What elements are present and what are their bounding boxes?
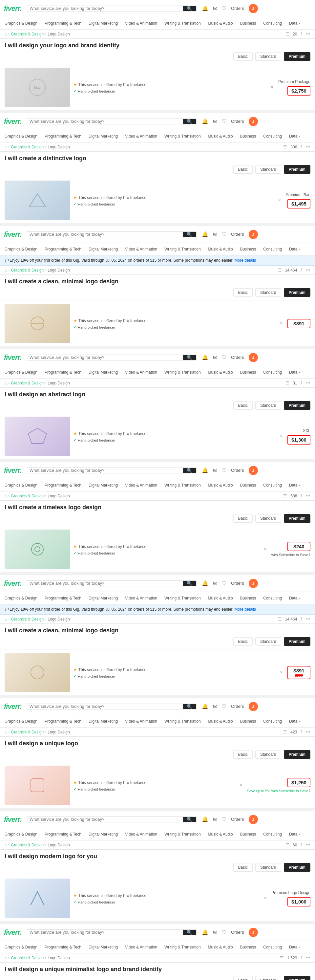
nav-writing-3[interactable]: Writing & Translation <box>164 247 202 251</box>
message-icon-7[interactable]: ✉ <box>213 703 217 710</box>
search-bar-9[interactable]: 🔍 <box>26 929 197 935</box>
breadcrumb-category-4[interactable]: Graphics & Design <box>11 381 44 385</box>
pkg-standard-7[interactable]: Standard <box>255 750 281 759</box>
nav-music-2[interactable]: Music & Audio <box>207 134 234 138</box>
orders-link-1[interactable]: Orders <box>231 6 244 11</box>
nav-digital-3[interactable]: Digital Marketing <box>88 247 118 251</box>
pkg-basic-8[interactable]: Basic <box>233 863 253 872</box>
filter-icon-2[interactable]: ☰ <box>283 145 287 150</box>
nav-writing-6[interactable]: Writing & Translation <box>164 596 202 600</box>
heart-icon-1[interactable]: ♡ <box>222 5 226 11</box>
avatar-3[interactable]: J <box>249 230 258 239</box>
promo-link-6[interactable]: More details <box>235 607 256 612</box>
nav-digital-8[interactable]: Digital Marketing <box>88 832 118 837</box>
heart-icon-2[interactable]: ♡ <box>222 118 226 124</box>
nav-business-3[interactable]: Business <box>240 247 257 251</box>
nav-digital-9[interactable]: Digital Marketing <box>88 945 118 950</box>
message-icon-2[interactable]: ✉ <box>213 118 217 124</box>
nav-digital-7[interactable]: Digital Marketing <box>88 719 118 724</box>
filter-icon-7[interactable]: ☰ <box>283 730 287 734</box>
avatar-1[interactable]: J <box>249 4 258 13</box>
nav-music-7[interactable]: Music & Audio <box>207 719 234 724</box>
more-icon-9[interactable]: ••• <box>306 955 310 960</box>
search-bar-2[interactable]: 🔍 <box>26 119 197 124</box>
more-icon-5[interactable]: ••• <box>306 493 310 498</box>
share-icon-2[interactable]: ⤴ <box>300 145 302 150</box>
search-button-8[interactable]: 🔍 <box>183 817 196 822</box>
filter-icon-3[interactable]: ☰ <box>278 267 282 272</box>
bell-icon-9[interactable]: 🔔 <box>202 929 208 935</box>
nav-data-4[interactable]: Data › <box>288 370 301 375</box>
share-icon-1[interactable]: ⤴ <box>300 32 302 37</box>
nav-video-9[interactable]: Video & Animation <box>124 945 158 950</box>
nav-data-1[interactable]: Data › <box>288 21 301 25</box>
nav-consulting-7[interactable]: Consulting <box>262 719 283 724</box>
orders-link-9[interactable]: Orders <box>231 930 244 935</box>
nav-writing-4[interactable]: Writing & Translation <box>164 370 202 375</box>
breadcrumb-category-8[interactable]: Graphics & Design <box>11 843 44 847</box>
message-icon-8[interactable]: ✉ <box>213 816 217 822</box>
nav-graphics-9[interactable]: Graphics & Design <box>4 945 38 950</box>
search-input-6[interactable] <box>26 581 183 586</box>
message-icon-1[interactable]: ✉ <box>213 5 217 11</box>
nav-data-3[interactable]: Data › <box>288 247 301 251</box>
bell-icon-4[interactable]: 🔔 <box>202 354 208 361</box>
search-bar-7[interactable]: 🔍 <box>26 703 197 710</box>
nav-video-6[interactable]: Video & Animation <box>124 596 158 600</box>
pkg-basic-3[interactable]: Basic <box>233 288 253 297</box>
breadcrumb-category-5[interactable]: Graphics & Design <box>11 494 44 498</box>
nav-music-8[interactable]: Music & Audio <box>207 832 234 837</box>
info-icon-5[interactable]: ℹ <box>309 552 310 557</box>
more-icon-1[interactable]: ••• <box>306 32 310 37</box>
logo-1[interactable]: fiverr. <box>4 4 21 13</box>
search-bar-1[interactable]: 🔍 <box>26 6 197 11</box>
search-button-2[interactable]: 🔍 <box>183 119 196 124</box>
avatar-5[interactable]: J <box>249 466 258 475</box>
orders-link-5[interactable]: Orders <box>231 468 244 473</box>
nav-business-7[interactable]: Business <box>240 719 257 724</box>
nav-writing-5[interactable]: Writing & Translation <box>164 483 202 488</box>
close-button-3[interactable]: × <box>278 319 284 328</box>
nav-digital-4[interactable]: Digital Marketing <box>88 370 118 375</box>
heart-icon-4[interactable]: ♡ <box>222 354 226 361</box>
search-bar-4[interactable]: 🔍 <box>26 355 197 361</box>
nav-music-4[interactable]: Music & Audio <box>207 370 234 375</box>
nav-music-3[interactable]: Music & Audio <box>207 247 234 251</box>
search-input-7[interactable] <box>26 704 183 709</box>
more-icon-4[interactable]: ••• <box>306 380 310 385</box>
logo-3[interactable]: fiverr. <box>4 230 21 239</box>
orders-link-6[interactable]: Orders <box>231 581 244 586</box>
more-icon-2[interactable]: ••• <box>306 145 310 150</box>
nav-video-4[interactable]: Video & Animation <box>124 370 158 375</box>
search-button-4[interactable]: 🔍 <box>183 355 196 360</box>
avatar-8[interactable]: J <box>249 815 258 824</box>
bell-icon-3[interactable]: 🔔 <box>202 231 208 237</box>
nav-business-9[interactable]: Business <box>240 945 257 950</box>
pkg-basic-2[interactable]: Basic <box>233 165 253 174</box>
nav-business-6[interactable]: Business <box>240 596 257 600</box>
heart-icon-8[interactable]: ♡ <box>222 816 226 822</box>
promo-link-3[interactable]: More details <box>235 258 256 262</box>
nav-video-7[interactable]: Video & Animation <box>124 719 158 724</box>
logo-5[interactable]: fiverr. <box>4 466 21 475</box>
search-input-8[interactable] <box>26 817 183 822</box>
nav-music-5[interactable]: Music & Audio <box>207 483 234 488</box>
share-icon-7[interactable]: ⤴ <box>300 730 302 734</box>
share-icon-8[interactable]: ⤴ <box>300 842 302 847</box>
close-button-4[interactable]: × <box>278 432 284 441</box>
nav-business-4[interactable]: Business <box>240 370 257 375</box>
message-icon-9[interactable]: ✉ <box>213 929 217 935</box>
share-icon-4[interactable]: ⤴ <box>300 380 302 385</box>
nav-graphics-8[interactable]: Graphics & Design <box>4 832 38 837</box>
bell-icon-1[interactable]: 🔔 <box>202 5 208 11</box>
pkg-standard-6[interactable]: Standard <box>255 637 281 646</box>
message-icon-3[interactable]: ✉ <box>213 231 217 237</box>
share-icon-3[interactable]: ⤴ <box>300 267 302 272</box>
heart-icon-3[interactable]: ♡ <box>222 231 226 237</box>
breadcrumb-category-6[interactable]: Graphics & Design <box>11 617 44 622</box>
filter-icon-6[interactable]: ☰ <box>278 617 282 622</box>
nav-video-3[interactable]: Video & Animation <box>124 247 158 251</box>
pkg-standard-4[interactable]: Standard <box>255 401 281 410</box>
close-button-5[interactable]: × <box>262 545 268 554</box>
nav-digital-6[interactable]: Digital Marketing <box>88 596 118 600</box>
